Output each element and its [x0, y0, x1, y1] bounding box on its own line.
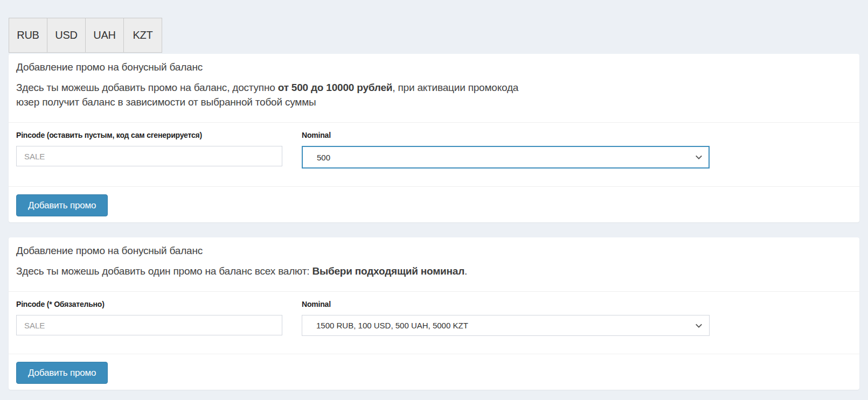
panel-title: Добавление промо на бонусный баланс: [16, 61, 851, 73]
nominal-select-wrap: 1500 RUB, 100 USD, 500 UAH, 5000 KZT: [302, 315, 710, 336]
tab-kzt[interactable]: KZT: [123, 18, 162, 53]
promo-form: Pincode (* Обязательно) Nominal 1500 RUB…: [9, 292, 859, 354]
currency-tab-bar: RUB USD UAH KZT: [9, 0, 859, 53]
promo-panel-currency: Добавление промо на бонусный баланс Здес…: [9, 54, 859, 222]
description-text: юзер получит баланс в зависимости от выб…: [16, 96, 316, 108]
tab-usd[interactable]: USD: [47, 18, 86, 53]
panel-intro: Добавление промо на бонусный баланс Здес…: [9, 54, 859, 123]
promo-panel-all-currencies: Добавление промо на бонусный баланс Здес…: [9, 237, 859, 390]
panel-title: Добавление промо на бонусный баланс: [16, 245, 851, 257]
pincode-input[interactable]: [16, 315, 282, 335]
nominal-select-wrap: 500: [302, 146, 710, 169]
nominal-label: Nominal: [302, 131, 710, 139]
description-bold-text: от 500 до 10000 рублей: [278, 82, 393, 93]
promo-admin-page: RUB USD UAH KZT Добавление промо на бону…: [0, 0, 868, 400]
panel-description: Здесь ты можешь добавить один промо на б…: [16, 264, 851, 278]
pincode-field-group: Pincode (* Обязательно): [16, 300, 282, 336]
add-promo-button[interactable]: Добавить промо: [16, 194, 108, 216]
description-text: Здесь ты можешь добавить один промо на б…: [16, 265, 312, 277]
panel-intro: Добавление промо на бонусный баланс Здес…: [9, 237, 859, 292]
promo-form: Pincode (оставить пустым, код сам сгенер…: [9, 123, 859, 187]
tab-rub[interactable]: RUB: [9, 18, 47, 53]
nominal-select[interactable]: 500: [302, 146, 710, 169]
pincode-label: Pincode (* Обязательно): [16, 300, 282, 308]
panel-footer: Добавить промо: [9, 187, 859, 222]
nominal-field-group: Nominal 500: [302, 131, 710, 169]
nominal-select[interactable]: 1500 RUB, 100 USD, 500 UAH, 5000 KZT: [302, 315, 710, 336]
description-text: , при активации промокода: [392, 82, 518, 93]
description-bold-text: Выбери подходящий номинал: [312, 265, 464, 277]
nominal-label: Nominal: [302, 300, 710, 308]
panel-description: Здесь ты можешь добавить промо на баланс…: [16, 80, 851, 109]
pincode-label: Pincode (оставить пустым, код сам сгенер…: [16, 131, 282, 139]
pincode-field-group: Pincode (оставить пустым, код сам сгенер…: [16, 131, 282, 169]
description-text: Здесь ты можешь добавить промо на баланс…: [16, 82, 278, 93]
panel-footer: Добавить промо: [9, 354, 859, 390]
pincode-input[interactable]: [16, 146, 282, 166]
nominal-field-group: Nominal 1500 RUB, 100 USD, 500 UAH, 5000…: [302, 300, 710, 336]
tab-uah[interactable]: UAH: [85, 18, 124, 53]
description-text: .: [464, 265, 467, 277]
add-promo-button[interactable]: Добавить промо: [16, 362, 108, 384]
